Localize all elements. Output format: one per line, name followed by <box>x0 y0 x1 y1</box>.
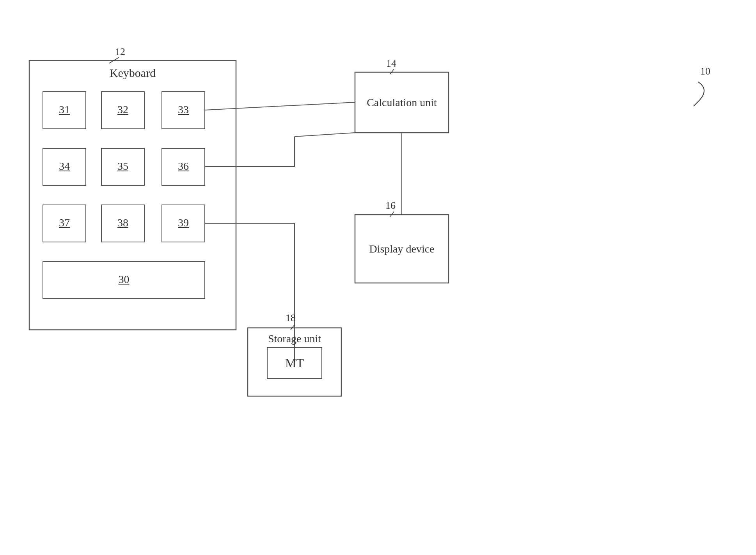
key-30-label: 30 <box>43 273 205 286</box>
ref-16: 16 <box>385 200 396 212</box>
calculation-unit-label: Calculation unit <box>355 72 449 133</box>
display-device-label: Display device <box>355 215 449 283</box>
svg-rect-0 <box>29 60 236 330</box>
mt-label: MT <box>267 347 322 379</box>
key-31-label: 31 <box>43 103 86 116</box>
ref-10: 10 <box>700 66 710 77</box>
key-33-label: 33 <box>162 103 205 116</box>
key-37-label: 37 <box>43 217 86 229</box>
svg-line-15 <box>205 102 355 110</box>
svg-line-18 <box>295 133 355 137</box>
storage-unit-label: Storage unit <box>248 328 341 345</box>
key-34-label: 34 <box>43 160 86 173</box>
ref-18: 18 <box>286 312 296 324</box>
key-39-label: 39 <box>162 217 205 229</box>
ref-12: 12 <box>115 46 125 58</box>
keyboard-label: Keyboard <box>29 66 236 80</box>
key-38-label: 38 <box>101 217 144 229</box>
key-32-label: 32 <box>101 103 144 116</box>
diagram: Keyboard 31 32 33 34 35 36 37 38 39 30 C… <box>0 0 756 555</box>
ref-14: 14 <box>386 58 396 69</box>
key-35-label: 35 <box>101 160 144 173</box>
svg-line-26 <box>694 101 698 106</box>
svg-line-22 <box>109 57 119 63</box>
key-36-label: 36 <box>162 160 205 173</box>
